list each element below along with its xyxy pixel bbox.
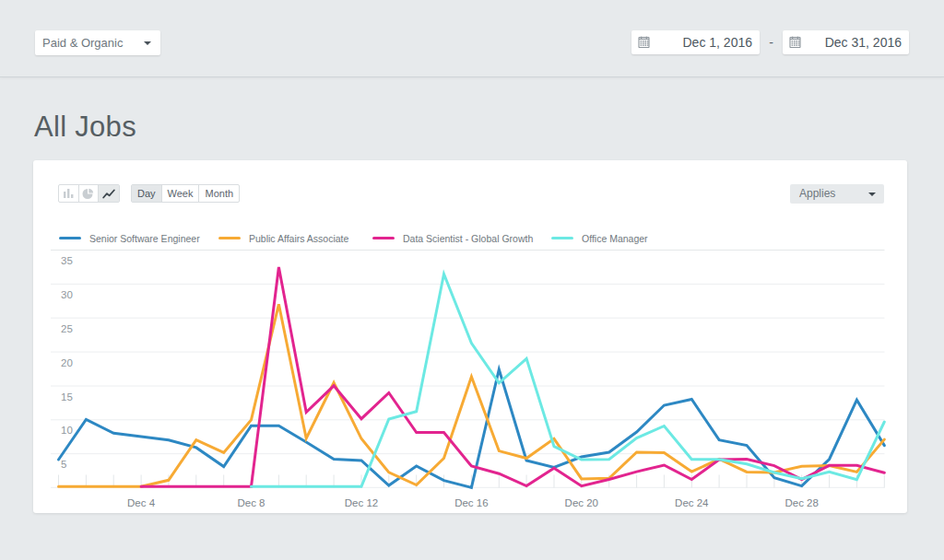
- svg-text:Dec 8: Dec 8: [237, 497, 265, 508]
- svg-text:Dec 16: Dec 16: [454, 497, 488, 508]
- svg-text:Dec 24: Dec 24: [675, 497, 709, 508]
- svg-text:10: 10: [61, 425, 73, 436]
- svg-text:Dec 12: Dec 12: [345, 497, 378, 508]
- svg-text:30: 30: [61, 289, 73, 300]
- svg-text:20: 20: [61, 357, 73, 368]
- svg-text:35: 35: [61, 255, 73, 266]
- svg-text:Dec 20: Dec 20: [565, 497, 598, 508]
- svg-text:5: 5: [61, 459, 66, 470]
- svg-text:Dec 4: Dec 4: [127, 497, 156, 508]
- svg-text:15: 15: [61, 391, 73, 402]
- svg-text:25: 25: [61, 323, 73, 334]
- svg-text:Dec 28: Dec 28: [785, 497, 818, 508]
